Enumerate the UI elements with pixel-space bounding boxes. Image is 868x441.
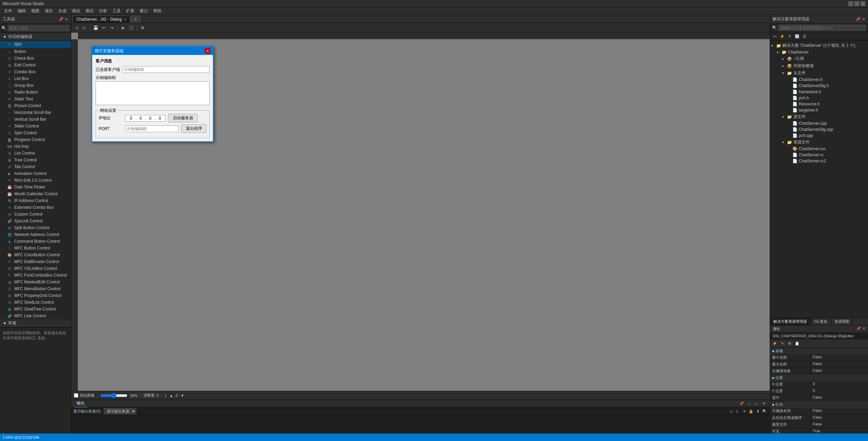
right-tab-solution[interactable]: 解决方案资源管理器 bbox=[770, 318, 811, 325]
toolbox-item-slider-control[interactable]: ━Slider Control bbox=[0, 123, 71, 129]
tree-item-9[interactable]: 📄Resource.h bbox=[770, 101, 868, 107]
sol-toolbar-1[interactable]: ↩ bbox=[771, 33, 778, 40]
menu-extensions[interactable]: 扩展 bbox=[123, 7, 137, 15]
props-close-icon[interactable]: ✕ bbox=[862, 326, 865, 332]
toolbox-item-progress-control[interactable]: ▓Progress Control bbox=[0, 136, 71, 143]
toolbox-item-picture-control[interactable]: 🖼Picture Control bbox=[0, 102, 71, 109]
tree-item-1[interactable]: ▾📁ChatServer bbox=[770, 49, 868, 55]
output-action-4[interactable]: 🔒 bbox=[748, 408, 754, 414]
right-tab-resources[interactable]: 资源视图 bbox=[831, 318, 853, 325]
canvas-size-down-btn[interactable]: ▼ bbox=[180, 394, 184, 398]
menu-window[interactable]: 窗口 bbox=[137, 7, 151, 15]
toolbox-item-month-calendar-control[interactable]: 📆Month Calendar Control bbox=[0, 191, 71, 197]
toolbox-item-tab-control[interactable]: ⊟Tab Control bbox=[0, 163, 71, 170]
menu-view[interactable]: 视图 bbox=[28, 7, 42, 15]
dialog-ip-4[interactable] bbox=[156, 116, 164, 121]
output-action-6[interactable]: 🔍 bbox=[762, 408, 768, 414]
toolbox-item-button[interactable]: □Button bbox=[0, 48, 71, 55]
menu-help[interactable]: 帮助 bbox=[151, 7, 164, 15]
tab-dialog-close[interactable]: ✕ bbox=[124, 18, 126, 21]
props-btn-3[interactable]: ⚙ bbox=[786, 340, 793, 347]
dialog-connected-input[interactable] bbox=[123, 66, 210, 73]
props-pin-icon[interactable]: 📌 bbox=[856, 326, 861, 332]
toolbox-item-combo-box[interactable]: ▾Combo Box bbox=[0, 68, 71, 75]
output-action-3[interactable]: ✕ bbox=[741, 408, 747, 414]
output-action-5[interactable]: ⬇ bbox=[755, 408, 761, 414]
tree-item-17[interactable]: 📄ChatServer.rc bbox=[770, 152, 868, 158]
output-action-2[interactable]: ▷ bbox=[734, 408, 741, 414]
toolbox-item-mfc-link-control[interactable]: 🔗MFC Link Control bbox=[0, 313, 71, 319]
dialog-ip-2[interactable] bbox=[136, 116, 145, 121]
output-source-select[interactable]: 显示输出来源 bbox=[104, 408, 136, 414]
tab-new[interactable]: + bbox=[131, 16, 141, 23]
editor-canvas[interactable]: 聊天室服务器端 ✕ 客户消息 已连接客户端 示例编辑框 bbox=[71, 33, 770, 391]
menu-tools[interactable]: 工具 bbox=[110, 7, 123, 15]
props-section-杂项[interactable]: ■杂项 bbox=[770, 348, 868, 354]
toolbox-search-input[interactable] bbox=[8, 25, 70, 31]
tree-item-10[interactable]: 📄targetver.h bbox=[770, 107, 868, 113]
dialog-port-input[interactable] bbox=[125, 125, 179, 132]
output-maximize-btn[interactable]: □ bbox=[753, 401, 760, 407]
toolbox-item-mfc-fontcombobox-control[interactable]: FMFC FontComboBox Control bbox=[0, 272, 71, 279]
dialog-message-textarea[interactable] bbox=[96, 81, 210, 105]
tree-item-5[interactable]: 📄ChatServer.h bbox=[770, 77, 868, 83]
toolbox-close-icon[interactable]: ✕ bbox=[65, 17, 68, 22]
toolbox-item-list-control[interactable]: ☰List Control bbox=[0, 150, 71, 157]
output-action-1[interactable]: ◁ bbox=[728, 408, 734, 414]
menu-edit[interactable]: 编辑 bbox=[15, 7, 28, 15]
toolbox-section-common[interactable]: ▼ 常规 bbox=[0, 319, 71, 327]
toolbar-redo-btn[interactable]: ↪ bbox=[108, 24, 116, 32]
tree-item-3[interactable]: ▸📦外部依赖项 bbox=[770, 62, 868, 69]
toolbox-item-指针[interactable]: ↖指针 bbox=[0, 41, 71, 48]
tree-item-18[interactable]: 📄ChatServer.rc2 bbox=[770, 158, 868, 164]
tree-item-16[interactable]: 🎨ChatServer.ico bbox=[770, 146, 868, 152]
toolbar-back-btn[interactable]: ◁ bbox=[73, 24, 80, 32]
sol-toolbar-4[interactable]: 🔄 bbox=[794, 33, 801, 40]
tree-item-7[interactable]: 📄framework.h bbox=[770, 89, 868, 95]
tree-item-12[interactable]: 📄ChatServer.cpp bbox=[770, 120, 868, 126]
toolbox-item-mfc-colorbutton-control[interactable]: 🎨MFC ColorButton Control bbox=[0, 252, 71, 258]
toolbox-item-horizontal-scroll-bar[interactable]: ↔Horizontal Scroll Bar bbox=[0, 109, 71, 116]
menu-debug[interactable]: 调试 bbox=[69, 7, 83, 15]
toolbox-item-mfc-propertygrid-control[interactable]: ⊞MFC PropertyGrid Control bbox=[0, 292, 71, 299]
toolbox-item-radio-button[interactable]: ◎Radio Button bbox=[0, 89, 71, 96]
canvas-size-up-btn[interactable]: ▲ bbox=[169, 394, 173, 398]
minimize-button[interactable]: ─ bbox=[848, 1, 853, 6]
solution-close-icon[interactable]: ✕ bbox=[862, 17, 865, 22]
tree-item-8[interactable]: 📄pch.h bbox=[770, 95, 868, 101]
output-pin-btn[interactable]: 📌 bbox=[738, 401, 745, 407]
tree-item-2[interactable]: ▸📦○引用 bbox=[770, 55, 868, 62]
props-btn-1[interactable]: ⚡ bbox=[771, 340, 778, 347]
menu-test[interactable]: 测试 bbox=[83, 7, 96, 15]
props-section-位置[interactable]: ■位置 bbox=[770, 375, 868, 381]
toolbox-item-check-box[interactable]: ☑Check Box bbox=[0, 55, 71, 62]
toolbox-item-syslink-control[interactable]: 🔗SysLink Control bbox=[0, 218, 71, 224]
toolbox-item-ip-address-control[interactable]: 🔌IP Address Control bbox=[0, 197, 71, 204]
toolbox-item-mfc-editbrowse-control[interactable]: ✎MFC EditBrowse Control bbox=[0, 258, 71, 265]
toolbar-forward-btn[interactable]: ▷ bbox=[81, 24, 88, 32]
toolbar-start-btn[interactable]: ▶ bbox=[119, 24, 127, 32]
toolbox-item-edit-control[interactable]: ▤Edit Control bbox=[0, 62, 71, 68]
solution-search-input[interactable] bbox=[778, 25, 866, 31]
toolbox-item-mfc-maskededit-control[interactable]: ▤MFC MaskedEdit Control bbox=[0, 279, 71, 285]
toolbox-item-spin-control[interactable]: ⇕Spin Control bbox=[0, 129, 71, 136]
sol-toolbar-2[interactable]: ⚡ bbox=[779, 33, 786, 40]
right-tab-git[interactable]: Git 更改 bbox=[811, 318, 831, 325]
toolbox-item-extended-combo-box[interactable]: ▾Extended Combo Box bbox=[0, 204, 71, 211]
tree-item-14[interactable]: 📄pch.cpp bbox=[770, 133, 868, 139]
tree-item-13[interactable]: 📄ChatServerDlg.cpp bbox=[770, 126, 868, 133]
output-tab[interactable]: 输出 bbox=[74, 400, 87, 407]
dialog-ip-3[interactable] bbox=[146, 116, 155, 121]
toolbox-item-rich-edit-2.0-control[interactable]: ✎Rich Edit 2.0 Control bbox=[0, 177, 71, 184]
tree-item-6[interactable]: 📄ChatServerDlg.h bbox=[770, 83, 868, 89]
sol-toolbar-5[interactable]: ☰ bbox=[801, 33, 808, 40]
menu-build[interactable]: 生成 bbox=[56, 7, 69, 15]
toolbox-item-list-box[interactable]: ≡List Box bbox=[0, 75, 71, 82]
props-btn-2[interactable]: ✎ bbox=[779, 340, 786, 347]
props-section-行为[interactable]: ■行为 bbox=[770, 401, 868, 408]
toolbox-item-date-time-picker[interactable]: 📅Date Time Picker bbox=[0, 184, 71, 191]
toolbar-save-btn[interactable]: 💾 bbox=[92, 24, 99, 32]
toolbox-item-mfc-button-control[interactable]: □MFC Button Control bbox=[0, 245, 71, 252]
maximize-button[interactable]: □ bbox=[854, 1, 859, 6]
toolbar-undo-btn[interactable]: ↩ bbox=[100, 24, 107, 32]
